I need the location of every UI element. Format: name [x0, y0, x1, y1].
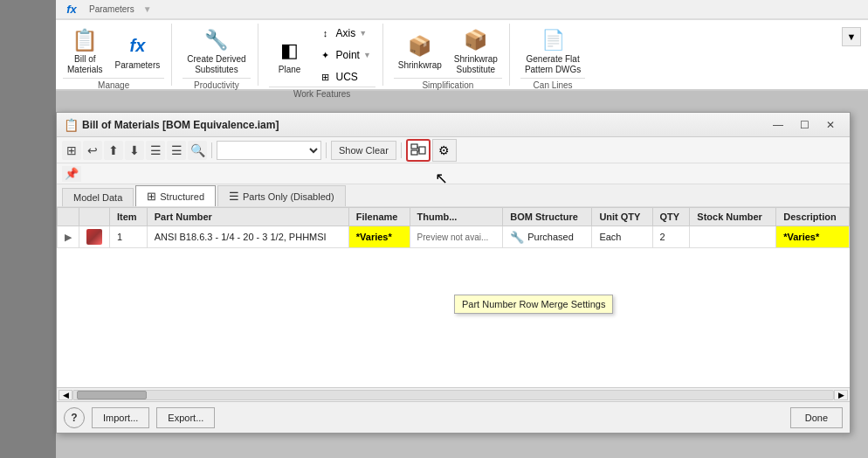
window-titlebar: 📋 Bill of Materials [BOM Equivalence.iam…	[57, 113, 850, 137]
window-title: Bill of Materials [BOM Equivalence.iam]	[82, 119, 762, 131]
export-button[interactable]: Export...	[156, 407, 215, 428]
ucs-button[interactable]: ⊞ UCS	[314, 67, 375, 87]
bill-of-materials-button[interactable]: 📋 Bill of Materials	[63, 24, 107, 78]
row-qty: 2	[652, 226, 690, 248]
bom-toolbar-btn-7[interactable]: 🔍	[188, 141, 207, 160]
row-expander[interactable]: ▶	[58, 226, 79, 248]
window-icon: 📋	[64, 118, 79, 132]
work-features-group-label: Work Features	[269, 87, 375, 99]
scrollbar-thumb[interactable]	[77, 391, 147, 399]
row-thumbnail: Preview not avai...	[410, 226, 503, 248]
bom-tabs: Model Data ⊞ Structured ☰ Parts Only (Di…	[57, 184, 850, 207]
plane-label: Plane	[279, 65, 301, 74]
minimize-button[interactable]: —	[766, 115, 790, 135]
th-bom-structure: BOM Structure	[503, 208, 592, 226]
tab-parts-only-disabled[interactable]: ☰ Parts Only (Disabled)	[217, 185, 346, 206]
axis-button[interactable]: ↕ Axis ▼	[314, 24, 375, 43]
create-derived-substitutes-button[interactable]: 🔧 Create Derived Substitutes	[183, 24, 250, 78]
point-button[interactable]: ✦ Point ▼	[314, 45, 375, 65]
shrinkwrap-substitute-label: Shrinkwrap Substitute	[454, 54, 498, 75]
structured-icon: ⊞	[147, 190, 156, 203]
row-part-number: ANSI B18.6.3 - 1/4 - 20 - 3 1/2, PHHMSI	[147, 226, 348, 248]
bill-of-materials-label: Bill of Materials	[67, 54, 103, 75]
axis-dropdown[interactable]: ▼	[359, 29, 367, 38]
row-unit-qty: Each	[592, 226, 652, 248]
bom-table: Item Part Number Filename Thumb... BOM S…	[57, 207, 850, 248]
table-body: ▶ 1 ANSI B18.6.3 - 1/4 - 20 - 3 1/2, PHH…	[58, 226, 850, 248]
qat-label: Parameters	[89, 4, 134, 14]
scroll-left-button[interactable]: ◀	[59, 390, 72, 400]
tab-model-data[interactable]: Model Data	[62, 188, 134, 206]
th-thumbnail: Thumb...	[410, 208, 503, 226]
axis-label: Axis	[336, 27, 356, 39]
create-derived-substitutes-icon: 🔧	[203, 26, 231, 54]
bom-toolbar-btn-1[interactable]: ⊞	[62, 141, 81, 160]
ucs-label: UCS	[336, 71, 358, 83]
manage-group: 📋 Bill of Materials fx Parameters Manage	[63, 24, 172, 86]
row-item-icon	[86, 229, 102, 245]
bom-toolbar-btn-5[interactable]: ☰	[146, 141, 165, 160]
merge-icon	[410, 142, 426, 158]
plane-icon: ◧	[276, 37, 304, 65]
bom-statusbar: ? Import... Export... Done	[57, 401, 850, 433]
bom-toolbar-btn-3[interactable]: ⬆	[104, 141, 123, 160]
import-button[interactable]: Import...	[92, 407, 149, 428]
generate-flat-pattern-button[interactable]: 📄 Generate Flat Pattern DWGs	[520, 24, 585, 78]
generate-flat-pattern-label: Generate Flat Pattern DWGs	[525, 54, 581, 75]
row-icon-cell	[79, 226, 110, 248]
part-number-row-merge-button[interactable]	[406, 139, 431, 162]
row-description: *Varies*	[776, 226, 850, 248]
scroll-right-button[interactable]: ▶	[834, 390, 848, 400]
svg-rect-1	[411, 150, 417, 155]
parameters-label: Parameters	[115, 60, 161, 70]
th-description: Description	[776, 208, 850, 226]
row-filename: *Varies*	[348, 226, 410, 248]
th-qty: QTY	[652, 208, 690, 226]
maximize-button[interactable]: ☐	[792, 115, 816, 135]
horizontal-scrollbar[interactable]: ◀ ▶	[57, 387, 850, 401]
row-stock-number	[690, 226, 776, 248]
row-item: 1	[110, 226, 148, 248]
table-header-row: Item Part Number Filename Thumb... BOM S…	[58, 208, 850, 226]
qat-dropdown-icon[interactable]: ▼	[143, 4, 152, 14]
th-unit-qty: Unit QTY	[592, 208, 652, 226]
close-button[interactable]: ✕	[818, 115, 843, 135]
shrinkwrap-substitute-icon: 📦	[462, 26, 490, 54]
axis-icon: ↕	[319, 26, 333, 40]
ribbon-collapse-button[interactable]: ▼	[842, 27, 861, 46]
bill-of-materials-icon: 📋	[71, 26, 99, 54]
done-button[interactable]: Done	[790, 407, 843, 428]
bom-toolbar-btn-6[interactable]: ☰	[167, 141, 186, 160]
productivity-group-label: Productivity	[183, 78, 250, 90]
th-icon	[79, 208, 110, 226]
ribbon-content: 📋 Bill of Materials fx Parameters Manage…	[56, 19, 868, 91]
parts-only-icon: ☰	[229, 190, 239, 203]
view-dropdown[interactable]	[217, 141, 321, 160]
parameters-button[interactable]: fx Parameters	[111, 30, 165, 73]
point-dropdown[interactable]: ▼	[363, 51, 371, 59]
tab-structured[interactable]: ⊞ Structured	[135, 185, 216, 206]
scrollbar-track[interactable]	[72, 390, 834, 400]
svg-rect-0	[411, 144, 417, 149]
shrinkwrap-button[interactable]: 📦 Shrinkwrap	[394, 30, 446, 73]
settings-button[interactable]: ⚙	[432, 139, 457, 162]
bom-toolbar: ⊞ ↩ ⬆ ⬇ ☰ ☰ 🔍 Show Clear ⚙	[57, 137, 850, 163]
help-button[interactable]: ?	[64, 407, 85, 428]
ribbon-right: ▼	[842, 24, 861, 86]
tooltip-part-number-row-merge: Part Number Row Merge Settings	[454, 295, 613, 314]
bom-table-container[interactable]: Item Part Number Filename Thumb... BOM S…	[57, 207, 850, 387]
show-clear-button[interactable]: Show Clear	[331, 141, 396, 160]
sub-toolbar-btn-pin[interactable]: 📌	[62, 166, 81, 182]
ucs-icon: ⊞	[319, 70, 333, 84]
bom-toolbar-btn-2[interactable]: ↩	[83, 141, 102, 160]
plane-button[interactable]: ◧ Plane	[269, 34, 311, 77]
point-label: Point	[336, 49, 360, 61]
shrinkwrap-substitute-button[interactable]: 📦 Shrinkwrap Substitute	[450, 24, 502, 78]
bom-structure-cell: 🔧 Purchased	[510, 231, 584, 244]
bom-toolbar-btn-4[interactable]: ⬇	[125, 141, 144, 160]
toolbar-separator-3	[401, 142, 402, 158]
table-row: ▶ 1 ANSI B18.6.3 - 1/4 - 20 - 3 1/2, PHH…	[58, 226, 850, 248]
th-stock-number: Stock Number	[690, 208, 776, 226]
bom-window: 📋 Bill of Materials [BOM Equivalence.iam…	[56, 112, 851, 434]
th-item: Item	[110, 208, 148, 226]
